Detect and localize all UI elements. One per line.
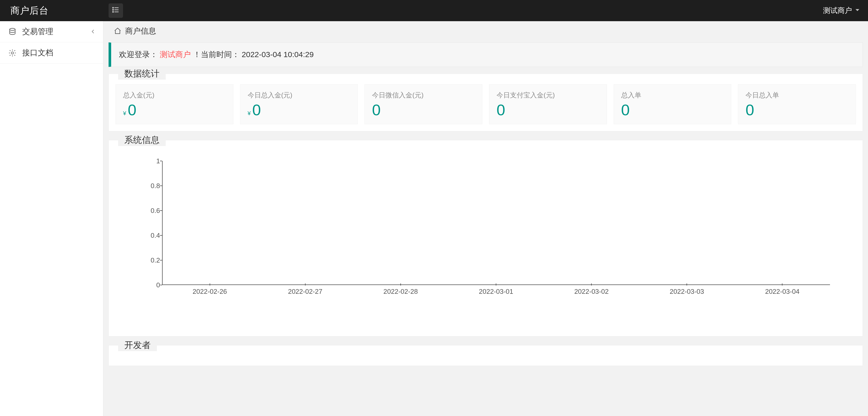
svg-point-4 [113,11,114,12]
chart-xtick: 2022-02-27 [288,288,322,300]
welcome-timestamp: 2022-03-04 10:04:29 [242,50,314,59]
section-title: 系统信息 [118,134,166,146]
home-icon [114,27,122,35]
stat-label: 总入金(元) [123,91,226,100]
welcome-merchant: 测试商户 [160,50,191,59]
stats-section: 数据统计 总入金(元)¥0今日总入金(元)¥0今日微信入金(元)0今日支付宝入金… [108,74,863,131]
chart-ytick-mark [160,210,162,211]
user-name: 测试商户 [823,6,852,15]
chart-xtick-mark [210,283,210,286]
topbar: 商户后台 测试商户 [0,0,868,21]
stat-card: 今日微信入金(元)0 [365,84,482,124]
chart-xtick-mark [591,283,592,286]
stat-number: 0 [497,101,505,119]
chart-ytick: 0 [131,281,160,289]
chart: 00.20.40.60.812022-02-262022-02-272022-0… [131,161,840,300]
chart-ytick: 0.8 [131,182,160,190]
list-icon [112,6,120,16]
breadcrumb: 商户信息 [108,21,863,41]
breadcrumb-title: 商户信息 [125,26,156,36]
gear-icon [8,49,19,57]
chart-xtick-mark [305,283,306,286]
svg-point-2 [113,9,114,10]
chart-ytick-mark [160,260,162,260]
chart-xtick: 2022-02-28 [383,288,418,300]
sysinfo-section: 系统信息 00.20.40.60.812022-02-262022-02-272… [108,140,863,337]
stat-value: ¥0 [248,102,350,118]
chevron-left-icon [90,27,96,36]
chart-ytick: 1 [131,157,160,165]
stat-value: ¥0 [123,102,226,118]
chart-plot-area [162,161,830,285]
stat-card: 总入金(元)¥0 [116,84,234,124]
chart-xtick-mark [496,283,496,286]
database-icon [8,28,19,36]
sidebar-item-api-docs[interactable]: 接口文档 [0,42,103,64]
stat-label: 今日微信入金(元) [372,91,475,100]
sidebar: 交易管理 接口文档 [0,21,103,416]
stat-number: 0 [745,101,754,119]
user-menu[interactable]: 测试商户 [823,0,860,21]
yen-icon: ¥ [248,110,251,117]
stat-label: 总入单 [621,91,724,100]
welcome-alert: 欢迎登录： 测试商户 ！当前时间： 2022-03-04 10:04:29 [108,42,863,67]
stat-card: 今日总入单0 [738,84,856,124]
chart-xtick-mark [686,283,687,286]
chart-xtick: 2022-03-01 [479,288,514,300]
sidebar-item-label: 接口文档 [22,47,53,58]
sidebar-item-transactions[interactable]: 交易管理 [0,21,103,42]
section-title: 数据统计 [118,68,166,79]
sidebar-item-label: 交易管理 [22,26,53,37]
stat-value: 0 [745,102,848,118]
chart-ytick-mark [160,235,162,236]
welcome-prefix: 欢迎登录： [119,50,158,59]
stat-label: 今日支付宝入金(元) [497,91,599,100]
stat-number: 0 [252,101,261,119]
stat-value: 0 [497,102,599,118]
stat-card: 今日总入金(元)¥0 [240,84,358,124]
logo: 商户后台 [0,4,103,17]
chart-ytick: 0.4 [131,231,160,239]
chart-ytick-mark [160,161,162,161]
stat-number: 0 [621,101,630,119]
stat-value: 0 [372,102,475,118]
chart-xtick: 2022-03-03 [670,288,704,300]
stat-label: 今日总入单 [745,91,848,100]
svg-point-7 [11,52,14,54]
caret-down-icon [855,6,860,15]
chart-ytick-mark [160,285,162,285]
stat-card: 总入单0 [614,84,732,124]
chart-xtick-mark [400,283,401,286]
chart-ytick: 0.6 [131,207,160,215]
developer-section: 开发者 [108,345,863,366]
chart-ytick: 0.2 [131,256,160,264]
stat-label: 今日总入金(元) [248,91,350,100]
welcome-suffix: ！当前时间： [193,50,240,59]
chart-xtick: 2022-02-26 [193,288,227,300]
nav-toggle-button[interactable] [108,3,123,18]
stat-card: 今日支付宝入金(元)0 [489,84,607,124]
svg-point-0 [113,7,114,8]
stat-number: 0 [372,101,380,119]
chart-xtick-mark [782,283,782,286]
stat-number: 0 [128,101,136,119]
section-title: 开发者 [118,339,157,351]
chart-ytick-mark [160,186,162,186]
stat-value: 0 [621,102,724,118]
chart-xtick: 2022-03-02 [575,288,609,300]
yen-icon: ¥ [123,110,126,117]
svg-point-6 [9,28,15,30]
main: 商户信息 欢迎登录： 测试商户 ！当前时间： 2022-03-04 10:04:… [103,21,868,416]
chart-xtick: 2022-03-04 [765,288,800,300]
